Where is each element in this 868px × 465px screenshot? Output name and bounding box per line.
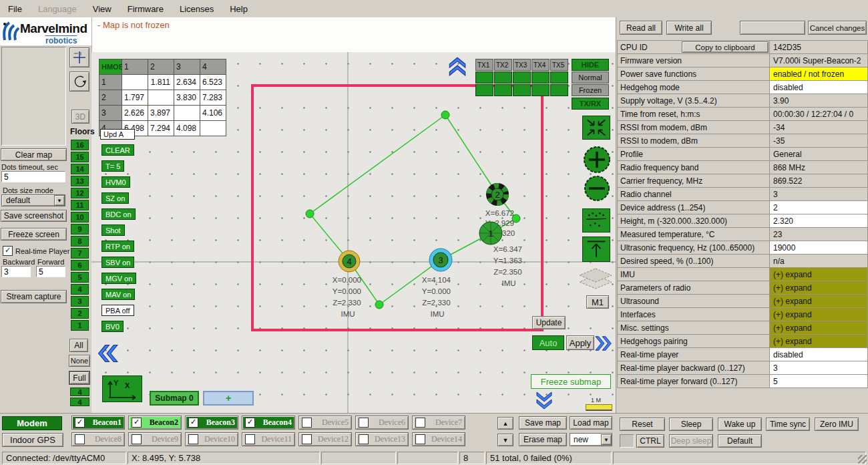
- checkbox-icon[interactable]: [415, 434, 425, 444]
- map-command-button[interactable]: BDC on: [101, 208, 136, 220]
- wake-up-button[interactable]: Wake up: [718, 418, 762, 431]
- property-value[interactable]: (+) expand: [770, 307, 868, 321]
- rotate-tool-button[interactable]: [69, 71, 89, 92]
- modem-button[interactable]: Modem: [2, 416, 62, 430]
- ctrl-button[interactable]: CTRL: [636, 434, 664, 448]
- tx-cell[interactable]: [531, 84, 550, 96]
- floor-button[interactable]: 11: [71, 200, 89, 210]
- property-value[interactable]: disabled: [770, 80, 868, 94]
- floor-button[interactable]: 7: [71, 248, 89, 259]
- floor-button[interactable]: 12: [71, 188, 89, 198]
- tx-cell[interactable]: [513, 71, 531, 84]
- floor-button[interactable]: 10: [71, 212, 89, 222]
- property-value[interactable]: (+) expand: [770, 281, 868, 295]
- map-command-button[interactable]: MAV on: [101, 289, 135, 300]
- indoor-gps-button[interactable]: Indoor GPS: [2, 433, 63, 447]
- freeze-screen-button[interactable]: Freeze screen: [1, 228, 67, 241]
- tx-cell[interactable]: [550, 84, 568, 96]
- checkbox-icon[interactable]: [245, 434, 255, 444]
- property-value[interactable]: (+) expand: [770, 294, 868, 308]
- checkbox-icon[interactable]: [132, 418, 142, 428]
- property-value[interactable]: 5: [770, 374, 868, 388]
- property-value[interactable]: 23: [770, 227, 868, 241]
- save-map-button[interactable]: Save map: [519, 416, 567, 430]
- scroll-down-button[interactable]: ▼: [497, 434, 513, 446]
- menu-item[interactable]: View: [85, 4, 120, 14]
- checkbox-icon[interactable]: [75, 418, 85, 428]
- property-value[interactable]: -34: [770, 120, 868, 134]
- cpu-id-value[interactable]: 142D35: [770, 40, 868, 54]
- device-toggle[interactable]: Device8: [71, 432, 125, 446]
- device-toggle[interactable]: Device9: [128, 432, 182, 446]
- zero-imu-button[interactable]: Zero IMU: [815, 418, 859, 431]
- cancel-changes-button[interactable]: Cancel changes: [808, 21, 867, 35]
- property-value[interactable]: 3.90: [770, 94, 868, 108]
- map-command-button[interactable]: SBV on: [101, 257, 134, 268]
- tx-cell[interactable]: [475, 71, 493, 84]
- chevron-down-icon[interactable]: ▼: [54, 195, 65, 206]
- stream-capture-button[interactable]: Stream capture: [1, 290, 67, 303]
- fit-view-button[interactable]: [582, 116, 610, 140]
- auto-button[interactable]: Auto: [532, 335, 564, 350]
- normal-button[interactable]: Normal: [572, 71, 609, 84]
- property-value[interactable]: -35: [770, 134, 868, 148]
- chevron-down-double-icon[interactable]: [534, 392, 554, 412]
- floor-button[interactable]: 8: [71, 236, 89, 247]
- floor-button[interactable]: 4: [71, 284, 89, 295]
- reset-button[interactable]: Reset: [620, 418, 665, 431]
- vertex-dot[interactable]: [441, 111, 449, 119]
- m1-button[interactable]: M1: [586, 295, 609, 309]
- beacon-4[interactable]: 4: [339, 251, 360, 272]
- move-to-top-button[interactable]: [582, 237, 610, 262]
- checkbox-icon[interactable]: [188, 418, 198, 428]
- axes-orientation-button[interactable]: Y X: [102, 375, 142, 402]
- floor-button[interactable]: 13: [71, 176, 89, 186]
- save-screenshot-button[interactable]: Save screenshot: [1, 210, 67, 222]
- freeze-submap-button[interactable]: Freeze submap: [531, 374, 611, 389]
- beacon-1[interactable]: 1: [479, 222, 502, 245]
- map-command-button[interactable]: PBA off: [101, 305, 134, 316]
- floors-all-button[interactable]: All: [69, 339, 88, 352]
- beacon-2[interactable]: 2: [489, 186, 506, 203]
- vertex-dot[interactable]: [375, 301, 383, 309]
- floor-button[interactable]: 15: [71, 152, 89, 162]
- vertex-dot[interactable]: [306, 210, 314, 218]
- device-toggle[interactable]: Device12: [298, 432, 352, 446]
- floor-button[interactable]: 16: [71, 140, 89, 150]
- chevron-left-double-icon[interactable]: [95, 341, 118, 365]
- device-toggle[interactable]: Beacon1: [71, 416, 125, 430]
- update-button[interactable]: Update: [532, 316, 566, 329]
- property-value[interactable]: 2: [770, 200, 868, 214]
- property-value[interactable]: n/a: [770, 254, 868, 268]
- checkbox-icon[interactable]: [3, 246, 13, 256]
- forward-input[interactable]: [36, 266, 65, 277]
- device-toggle[interactable]: Beacon4: [242, 416, 295, 430]
- dots-size-select[interactable]: default ▼: [1, 194, 65, 206]
- backward-input[interactable]: [1, 266, 31, 277]
- load-map-button[interactable]: Load map: [570, 416, 612, 430]
- upd-a-button[interactable]: Upd A: [100, 129, 135, 140]
- device-toggle[interactable]: Device10: [185, 432, 238, 446]
- beacon-3[interactable]: 3: [429, 249, 452, 271]
- menu-item[interactable]: Licenses: [172, 4, 222, 14]
- map-command-button[interactable]: RTP on: [101, 241, 134, 252]
- floor-button[interactable]: 6: [71, 260, 89, 271]
- floors-none-button[interactable]: None: [69, 355, 90, 367]
- property-value[interactable]: V7.000i Super-Beacon-2: [770, 53, 868, 67]
- floor-button[interactable]: 2: [71, 308, 89, 319]
- time-sync-button[interactable]: Time sync: [766, 418, 810, 431]
- map-select[interactable]: new ▼: [570, 433, 612, 446]
- property-value[interactable]: 19000: [770, 241, 868, 255]
- scroll-up-button[interactable]: ▲: [497, 417, 513, 430]
- menu-item[interactable]: File: [0, 4, 30, 14]
- erase-map-button[interactable]: Erase map: [519, 433, 567, 446]
- device-toggle[interactable]: Beacon2: [128, 416, 182, 430]
- checkbox-icon[interactable]: [245, 418, 255, 428]
- copy-to-clipboard-button[interactable]: Copy to clipboard: [682, 41, 769, 53]
- checkbox-icon[interactable]: [75, 434, 85, 444]
- checkbox-icon[interactable]: [302, 434, 312, 444]
- tx-cell[interactable]: [494, 84, 512, 96]
- device-toggle[interactable]: Device5: [298, 416, 352, 430]
- checkbox-icon[interactable]: [188, 434, 198, 444]
- property-value[interactable]: 3: [770, 361, 868, 375]
